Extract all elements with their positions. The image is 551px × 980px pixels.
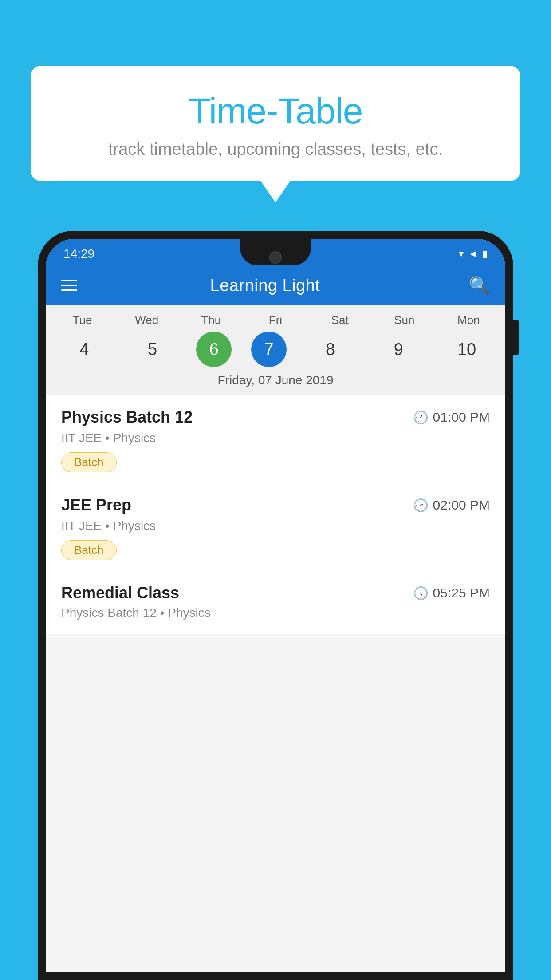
day-10[interactable]: 10	[442, 332, 491, 367]
schedule-item-time-value-3: 05:25 PM	[433, 585, 490, 601]
bubble-title: Time-Table	[58, 90, 493, 132]
schedule-item-remedial[interactable]: Remedial Class 🕔 05:25 PM Physics Batch …	[46, 571, 505, 634]
phone-notch	[240, 239, 311, 265]
day-5[interactable]: 5	[128, 332, 177, 367]
day-headers: Tue Wed Thu Fri Sat Sun Mon	[50, 313, 501, 327]
schedule-item-header-1: Physics Batch 12 🕐 01:00 PM	[61, 408, 490, 427]
day-header-sun: Sun	[380, 313, 429, 327]
phone-outer: 14:29 ▾ ◄ ▮ Learning Light 🔍	[38, 231, 513, 980]
selected-date-label: Friday, 07 June 2019	[50, 373, 501, 395]
calendar-week: Tue Wed Thu Fri Sat Sun Mon 4 5 6 7 8 9 …	[46, 305, 505, 395]
app-title: Learning Light	[61, 276, 469, 295]
day-9[interactable]: 9	[374, 332, 423, 367]
day-header-sat: Sat	[315, 313, 364, 327]
schedule-item-name-2: JEE Prep	[61, 496, 131, 514]
schedule-item-name-1: Physics Batch 12	[61, 408, 193, 427]
schedule-item-jee-prep[interactable]: JEE Prep 🕑 02:00 PM IIT JEE • Physics Ba…	[46, 483, 505, 571]
phone-screen: 14:29 ▾ ◄ ▮ Learning Light 🔍	[46, 239, 505, 972]
schedule-item-header-3: Remedial Class 🕔 05:25 PM	[61, 584, 490, 602]
status-time: 14:29	[63, 247, 94, 261]
search-icon[interactable]: 🔍	[469, 276, 490, 295]
day-header-wed: Wed	[122, 313, 171, 327]
phone-camera	[269, 251, 282, 264]
status-icons: ▾ ◄ ▮	[459, 248, 488, 260]
batch-badge-2: Batch	[61, 540, 117, 560]
signal-icon: ◄	[468, 248, 478, 260]
schedule-item-header-2: JEE Prep 🕑 02:00 PM	[61, 496, 490, 514]
speech-bubble: Time-Table track timetable, upcoming cla…	[31, 66, 520, 181]
schedule-item-sub-3: Physics Batch 12 • Physics	[61, 606, 490, 620]
day-numbers: 4 5 6 7 8 9 10	[50, 332, 501, 367]
schedule-item-sub-2: IIT JEE • Physics	[61, 519, 490, 533]
schedule-item-physics-batch[interactable]: Physics Batch 12 🕐 01:00 PM IIT JEE • Ph…	[46, 395, 505, 483]
clock-icon-3: 🕔	[413, 586, 429, 601]
schedule-item-time-value-1: 01:00 PM	[433, 410, 490, 425]
phone-container: 14:29 ▾ ◄ ▮ Learning Light 🔍	[38, 231, 513, 980]
day-header-mon: Mon	[444, 313, 493, 327]
day-7-selected[interactable]: 7	[251, 332, 287, 367]
schedule-item-time-value-2: 02:00 PM	[433, 498, 490, 513]
battery-icon: ▮	[482, 248, 488, 260]
day-header-fri: Fri	[251, 313, 300, 327]
day-4[interactable]: 4	[60, 332, 109, 367]
wifi-icon: ▾	[459, 248, 464, 260]
day-header-thu: Thu	[187, 313, 236, 327]
clock-icon-1: 🕐	[413, 410, 429, 425]
schedule-item-time-1: 🕐 01:00 PM	[413, 410, 490, 425]
clock-icon-2: 🕑	[413, 498, 429, 513]
schedule-item-sub-1: IIT JEE • Physics	[61, 431, 490, 445]
bubble-subtitle: track timetable, upcoming classes, tests…	[58, 140, 493, 159]
app-bar: Learning Light 🔍	[46, 265, 505, 305]
speech-bubble-container: Time-Table track timetable, upcoming cla…	[31, 66, 520, 181]
batch-badge-1: Batch	[61, 452, 117, 472]
schedule-item-name-3: Remedial Class	[61, 584, 179, 602]
schedule-list: Physics Batch 12 🕐 01:00 PM IIT JEE • Ph…	[46, 395, 505, 634]
schedule-item-time-2: 🕑 02:00 PM	[413, 498, 490, 513]
schedule-item-time-3: 🕔 05:25 PM	[413, 585, 490, 601]
day-6-today[interactable]: 6	[196, 332, 232, 367]
day-header-tue: Tue	[58, 313, 107, 327]
day-8[interactable]: 8	[306, 332, 355, 367]
